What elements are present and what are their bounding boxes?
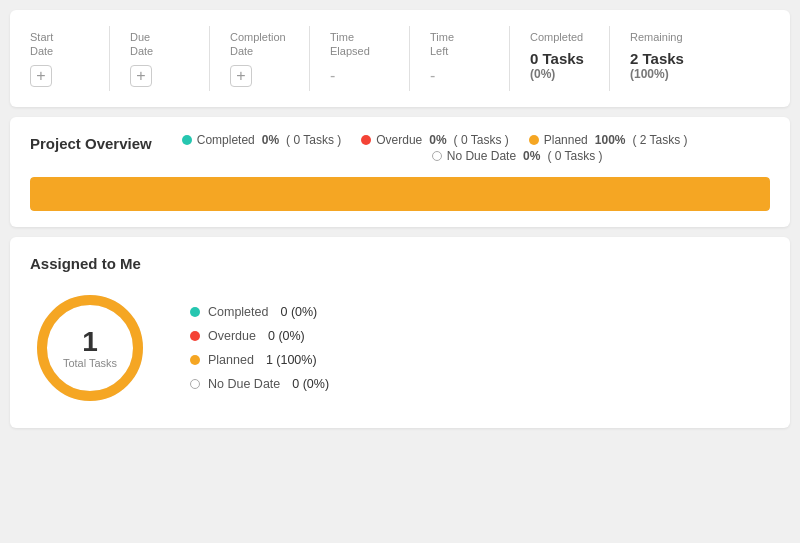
donut-chart: 1 Total Tasks bbox=[30, 288, 150, 408]
legend-overdue-pct: 0% bbox=[429, 133, 446, 147]
overdue-dot-icon bbox=[361, 135, 371, 145]
legend-planned-count: ( 2 Tasks ) bbox=[632, 133, 687, 147]
stat-due-date-label: DueDate bbox=[130, 30, 153, 59]
assigned-to-me-card: Assigned to Me 1 Total Tasks Completed 0… bbox=[10, 237, 790, 428]
assigned-completed-dot-icon bbox=[190, 307, 200, 317]
stat-remaining-sub: (100%) bbox=[630, 67, 669, 81]
legend-nodue-count: ( 0 Tasks ) bbox=[547, 149, 602, 163]
assigned-legend-nodue: No Due Date 0 (0%) bbox=[190, 377, 329, 391]
assigned-completed-value: 0 (0%) bbox=[280, 305, 317, 319]
progress-bar-container bbox=[30, 177, 770, 211]
assigned-completed-label: Completed bbox=[208, 305, 268, 319]
legend-overdue: Overdue 0% ( 0 Tasks ) bbox=[361, 133, 509, 147]
assigned-legend-planned: Planned 1 (100%) bbox=[190, 353, 329, 367]
donut-total-number: 1 bbox=[63, 326, 117, 357]
legend-completed-count: ( 0 Tasks ) bbox=[286, 133, 341, 147]
legend-completed-label: Completed bbox=[197, 133, 255, 147]
stat-due-date: DueDate + bbox=[130, 26, 210, 91]
stat-time-elapsed: TimeElapsed - bbox=[330, 26, 410, 91]
stat-remaining-label: Remaining bbox=[630, 30, 683, 44]
stat-start-date-label: StartDate bbox=[30, 30, 53, 59]
stats-bar-card: StartDate + DueDate + CompletionDate + T… bbox=[10, 10, 790, 107]
legend-nodue-label: No Due Date bbox=[447, 149, 516, 163]
legend-nodue-pct: 0% bbox=[523, 149, 540, 163]
stat-time-elapsed-value: - bbox=[330, 67, 335, 85]
assigned-nodue-dot-icon bbox=[190, 379, 200, 389]
legend-planned-label: Planned bbox=[544, 133, 588, 147]
assigned-planned-label: Planned bbox=[208, 353, 254, 367]
assigned-overdue-dot-icon bbox=[190, 331, 200, 341]
project-overview-card: Project Overview Completed 0% ( 0 Tasks … bbox=[10, 117, 790, 227]
legend-overdue-label: Overdue bbox=[376, 133, 422, 147]
assigned-overdue-label: Overdue bbox=[208, 329, 256, 343]
assigned-nodue-label: No Due Date bbox=[208, 377, 280, 391]
stat-time-left-label: TimeLeft bbox=[430, 30, 454, 59]
project-overview-header: Project Overview Completed 0% ( 0 Tasks … bbox=[30, 133, 770, 163]
nodue-dot-icon bbox=[432, 151, 442, 161]
stat-start-date: StartDate + bbox=[30, 26, 110, 91]
stat-completion-date: CompletionDate + bbox=[230, 26, 310, 91]
legend-nodue: No Due Date 0% ( 0 Tasks ) bbox=[432, 149, 603, 163]
assigned-planned-dot-icon bbox=[190, 355, 200, 365]
stat-completed-sub: (0%) bbox=[530, 67, 555, 81]
planned-dot-icon bbox=[529, 135, 539, 145]
assigned-nodue-value: 0 (0%) bbox=[292, 377, 329, 391]
stat-completed-label: Completed bbox=[530, 30, 583, 44]
stats-bar: StartDate + DueDate + CompletionDate + T… bbox=[30, 26, 770, 91]
stat-remaining-value: 2 Tasks bbox=[630, 50, 684, 67]
stat-time-left: TimeLeft - bbox=[430, 26, 510, 91]
stat-remaining: Remaining 2 Tasks (100%) bbox=[630, 26, 710, 91]
assigned-planned-value: 1 (100%) bbox=[266, 353, 317, 367]
legend-overdue-count: ( 0 Tasks ) bbox=[454, 133, 509, 147]
completion-date-add-button[interactable]: + bbox=[230, 65, 252, 87]
donut-center: 1 Total Tasks bbox=[63, 326, 117, 369]
assigned-legend-overdue: Overdue 0 (0%) bbox=[190, 329, 329, 343]
assigned-content: 1 Total Tasks Completed 0 (0%) Overdue 0… bbox=[30, 288, 770, 408]
project-overview-title: Project Overview bbox=[30, 135, 152, 152]
assigned-overdue-value: 0 (0%) bbox=[268, 329, 305, 343]
start-date-add-button[interactable]: + bbox=[30, 65, 52, 87]
stat-time-left-value: - bbox=[430, 67, 435, 85]
stat-completed-value: 0 Tasks bbox=[530, 50, 584, 67]
stat-completed: Completed 0 Tasks (0%) bbox=[530, 26, 610, 91]
assigned-legend-completed: Completed 0 (0%) bbox=[190, 305, 329, 319]
progress-bar-fill bbox=[30, 177, 770, 211]
stat-time-elapsed-label: TimeElapsed bbox=[330, 30, 370, 59]
legend-completed-pct: 0% bbox=[262, 133, 279, 147]
donut-total-label: Total Tasks bbox=[63, 357, 117, 369]
legend-planned-pct: 100% bbox=[595, 133, 626, 147]
stat-completion-date-label: CompletionDate bbox=[230, 30, 286, 59]
project-overview-legend: Completed 0% ( 0 Tasks ) Overdue 0% ( 0 … bbox=[182, 133, 770, 163]
due-date-add-button[interactable]: + bbox=[130, 65, 152, 87]
assigned-legend: Completed 0 (0%) Overdue 0 (0%) Planned … bbox=[190, 305, 329, 391]
assigned-to-me-title: Assigned to Me bbox=[30, 255, 740, 272]
legend-planned: Planned 100% ( 2 Tasks ) bbox=[529, 133, 688, 147]
legend-completed: Completed 0% ( 0 Tasks ) bbox=[182, 133, 342, 147]
completed-dot-icon bbox=[182, 135, 192, 145]
